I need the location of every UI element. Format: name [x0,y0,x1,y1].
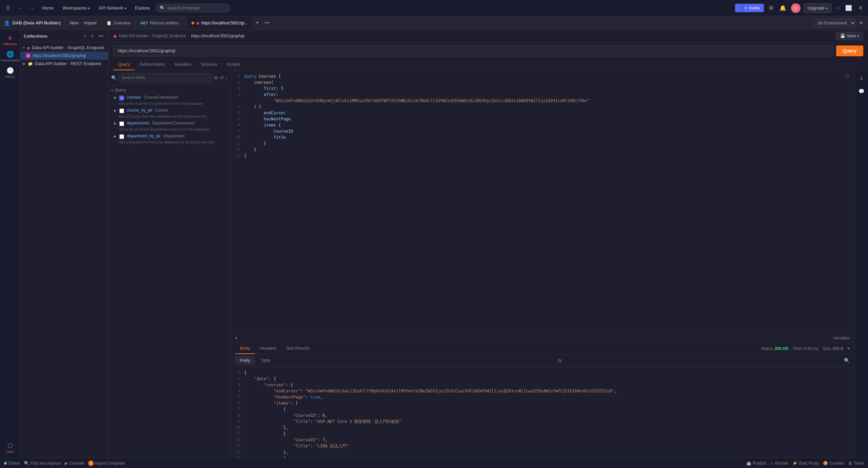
response-tab-body[interactable]: Body [235,343,255,354]
resp-line-3: 3 "courses": { [231,382,854,388]
api-network-dropdown[interactable]: API Network [96,4,129,12]
cookies-button[interactable]: 🍪 Cookies [823,461,844,466]
sidebar-item-flows[interactable]: ⬡ Flows [3,440,18,455]
editor-line-10: 10 Title [231,134,854,140]
tab-scripts[interactable]: Scripts [222,59,245,70]
editor-response-area: 1 query Courses { 2 courses( 3 first: 5 [231,71,854,458]
tab-get-returns[interactable]: GET Returns entities... [136,16,187,30]
resp-line-4: 4 "endCursor": "W3siVmFsdWUiOjEwLCJEaXJl… [231,388,854,394]
sidebar-item-environments[interactable]: 🌐 Environments [3,49,18,64]
collapse-button[interactable]: ‹ [226,75,228,80]
save-button[interactable]: 💾 Save [836,32,863,40]
postbot-button[interactable]: 🤖 Postbot [746,461,767,466]
sort-collections-button[interactable]: ≡ [90,33,95,39]
postbot-icon: 🤖 [746,461,751,466]
query-row-department-by-pk[interactable]: ▶ department_by_pk Department [111,133,228,140]
tab-graphql-active[interactable]: ◆ https://localhost:5001/gr... [187,16,253,30]
tab-overview[interactable]: 📋 Overview [102,16,136,30]
workspace-label: 👤 DAB (Data API Builder) [0,16,65,30]
avatar[interactable]: U [791,3,801,13]
response-search-button[interactable]: 🔍 [844,358,850,363]
far-right-panel: ℹ 💬 [854,71,868,458]
query-panel: 🔍 ⧉ ↺ ‹ ▾ Query ▶ [108,71,231,458]
left-sidebar: ≡ Collections 🌐 Environments 🕐 History ⬡… [0,30,20,458]
collection-item-graphql-url[interactable]: G https://localhost:5001/graphql [20,52,108,60]
comments-button[interactable]: 💬 [856,86,867,96]
dept-pk-checkbox[interactable] [119,134,124,139]
breadcrumb-parent[interactable]: Data API builder - GraphQL Endpoint [119,34,186,38]
graphql-collection-icon: ◆ [27,45,30,50]
query-section: ▾ Query ▶ ✓ courses CourseConn [108,85,230,147]
notifications-button[interactable]: 🔔 [778,3,788,13]
more-tabs-button[interactable]: ••• [262,20,272,25]
query-row-courses[interactable]: ▶ ✓ courses CourseConnection! [111,94,228,101]
forward-button[interactable]: → [27,4,36,12]
import-complete-badge[interactable]: 1 Import Complete [88,461,125,466]
trash-button[interactable]: 🗑 Trash [848,461,864,466]
collection-graphql-endpoint[interactable]: ▾ ◆ Data API builder - GraphQL Endpoint [20,44,108,52]
query-scroll-area: ▾ Query ▶ ✓ courses CourseConn [108,85,230,458]
sidebar-item-history[interactable]: 🕐 History [3,65,18,80]
response-filter-button[interactable]: ⧉ [558,358,561,364]
import-button[interactable]: Import [82,19,99,27]
new-button[interactable]: New [68,19,81,27]
add-collection-button[interactable]: + [82,33,87,39]
minimize-button[interactable]: − [835,4,841,13]
refresh-button[interactable]: ↺ [220,75,224,80]
search-bar[interactable]: 🔍 Search Postman [155,4,230,12]
courses-checkbox[interactable]: ✓ [119,96,124,100]
course-pk-checkbox[interactable] [119,109,124,113]
overview-icon: 📋 [106,21,112,25]
variables-section[interactable]: ▾ Variables [231,333,854,343]
response-tab-test-results[interactable]: Test Results [281,343,315,354]
home-link[interactable]: Home [39,4,57,12]
departments-checkbox[interactable] [119,121,124,126]
url-input[interactable] [113,45,833,56]
filter-button[interactable]: ⧉ [214,75,218,81]
editor-line-4: 4 after: [231,92,854,98]
response-expand-button[interactable]: ▾ [847,346,850,351]
menu-button[interactable]: ☰ [4,4,12,12]
tab-authorization[interactable]: Authorization [135,59,170,70]
tab-schema[interactable]: Schema [196,59,222,70]
tab-query[interactable]: Query [113,59,135,70]
workspaces-dropdown[interactable]: Workspaces [60,4,93,12]
upgrade-button[interactable]: Upgrade [804,3,831,13]
sidebar-item-collections[interactable]: ≡ Collections [3,33,18,47]
editor-beautify-button[interactable]: ⊡ [845,73,849,78]
view-tab-table[interactable]: Table [256,356,275,365]
tab-headers[interactable]: Headers [170,59,196,70]
settings-button[interactable]: ⚙ [767,3,775,13]
info-button[interactable]: ℹ [856,73,867,83]
workspace-name: DAB (Data API Builder) [13,20,61,25]
more-collections-button[interactable]: ••• [97,33,105,39]
query-row-course-by-pk[interactable]: ▶ course_by_pk Course [111,107,228,114]
response-status: Status: 200 OK Time: 6.83 ms Size: 899 B… [761,346,850,351]
env-settings-button[interactable]: 👁 [858,19,865,27]
resp-line-8: 8 "CourseID": 6, [231,412,854,418]
right-panel: ◆ Data API builder - GraphQL Endpoint / … [108,30,868,458]
panel-header: Collections + ≡ ••• [20,30,108,42]
runner-button[interactable]: ▷ Runner [771,461,788,466]
collection-tree: ▾ ◆ Data API builder - GraphQL Endpoint … [20,42,108,458]
query-button[interactable]: Query [836,45,863,56]
explore-link[interactable]: Explore [132,4,153,12]
response-tab-headers[interactable]: Headers [255,343,281,354]
find-replace-button[interactable]: 🔍 Find and replace [24,461,61,466]
maximize-button[interactable]: ⬜ [844,3,853,13]
view-tab-pretty[interactable]: Pretty [235,356,255,365]
search-fields-input[interactable] [119,73,212,82]
close-button[interactable]: ✕ [857,3,864,13]
add-tab-button[interactable]: + [253,19,262,26]
back-button[interactable]: ← [16,4,24,12]
collection-rest-endpoint[interactable]: ▶ 📁 Data API builder - REST Endpoint [20,60,108,67]
environment-select[interactable]: No Environment [813,19,856,27]
start-proxy-button[interactable]: ⚡ Start Proxy [792,461,819,466]
query-item-course-by-pk: ▶ course_by_pk Course Get a Course from … [111,107,228,120]
content-area: 🔍 ⧉ ↺ ‹ ▾ Query ▶ [108,71,868,458]
console-button[interactable]: ▶ Console [65,461,84,466]
invite-button[interactable]: 👤+ Invite [735,4,764,12]
query-section-header[interactable]: ▾ Query [111,86,228,94]
query-row-departments[interactable]: ▶ departments DepartmentConnection! [111,120,228,127]
graphql-item-icon: G [26,53,31,58]
